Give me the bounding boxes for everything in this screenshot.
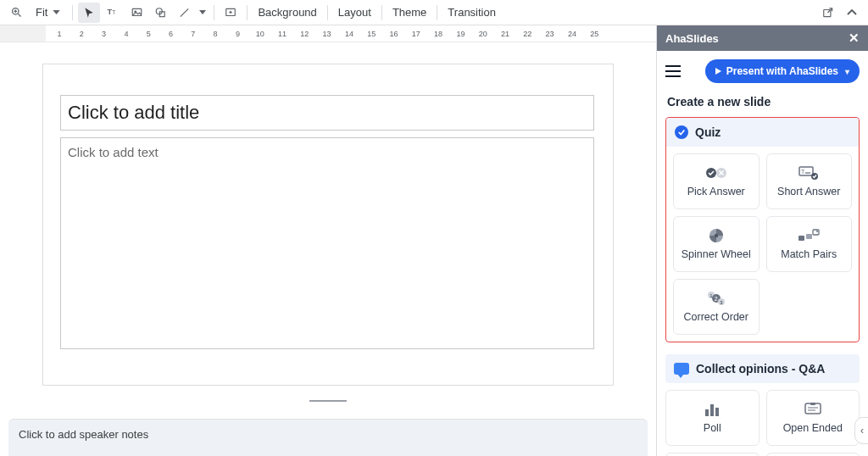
close-icon[interactable]: ✕ bbox=[849, 31, 860, 46]
body-placeholder[interactable]: Click to add text bbox=[60, 137, 594, 349]
correct-order-card[interactable]: 123 Correct Order bbox=[673, 279, 760, 335]
ruler-tick: 3 bbox=[97, 30, 111, 38]
zoom-in-icon[interactable] bbox=[5, 3, 27, 23]
svg-text:T: T bbox=[112, 9, 115, 15]
ruler-tick: 11 bbox=[275, 30, 289, 38]
shape-button[interactable] bbox=[149, 3, 171, 23]
toolbar-separator bbox=[247, 5, 248, 20]
short-answer-icon: T bbox=[798, 165, 819, 181]
collapse-toolbar-button[interactable] bbox=[841, 3, 863, 23]
slide-editor: 1234567891011121314151617181920212223242… bbox=[0, 25, 656, 456]
svg-line-1 bbox=[18, 14, 20, 16]
ruler-tick: 16 bbox=[387, 30, 401, 38]
toolbar-separator bbox=[437, 5, 437, 20]
ruler-tick: 2 bbox=[75, 30, 88, 38]
pick-answer-card[interactable]: Pick Answer bbox=[673, 153, 760, 209]
svg-line-10 bbox=[181, 8, 188, 16]
ruler-tick: 22 bbox=[520, 30, 534, 38]
short-answer-card[interactable]: T Short Answer bbox=[766, 153, 853, 209]
match-pairs-icon bbox=[798, 228, 820, 243]
toolbar-separator bbox=[214, 5, 214, 20]
svg-rect-35 bbox=[705, 409, 709, 416]
select-tool-button[interactable] bbox=[78, 3, 100, 23]
match-pairs-card[interactable]: Match Pairs bbox=[766, 216, 853, 272]
svg-rect-37 bbox=[715, 408, 719, 416]
ahaslides-panel: AhaSlides ✕ Present with AhaSlides ▾ Cre… bbox=[656, 25, 868, 456]
correct-order-icon: 123 bbox=[707, 291, 726, 306]
svg-point-24 bbox=[715, 234, 718, 237]
ruler-tick: 15 bbox=[364, 30, 378, 38]
svg-rect-36 bbox=[710, 404, 714, 416]
svg-text:T: T bbox=[107, 8, 112, 16]
play-icon bbox=[715, 68, 721, 75]
line-button[interactable] bbox=[173, 3, 195, 23]
ruler-tick: 18 bbox=[431, 30, 445, 38]
svg-rect-39 bbox=[810, 403, 815, 405]
ruler-tick: 21 bbox=[498, 30, 512, 38]
ruler-tick: 24 bbox=[565, 30, 579, 38]
ruler-tick: 1 bbox=[53, 30, 66, 38]
svg-point-28 bbox=[816, 231, 818, 232]
transition-button[interactable]: Transition bbox=[442, 3, 501, 23]
ruler-tick: 9 bbox=[231, 30, 244, 38]
ruler-tick: 7 bbox=[186, 30, 200, 38]
export-button[interactable] bbox=[817, 3, 839, 23]
toolbar-separator bbox=[72, 5, 73, 20]
chat-icon bbox=[674, 363, 689, 375]
slide-canvas[interactable]: Click to add title Click to add text bbox=[43, 64, 613, 385]
svg-text:2: 2 bbox=[715, 296, 718, 302]
chevron-down-icon: ▾ bbox=[845, 67, 849, 76]
svg-rect-27 bbox=[813, 230, 819, 235]
ruler-tick: 20 bbox=[476, 30, 490, 38]
spinner-wheel-card[interactable]: Spinner Wheel bbox=[673, 216, 760, 272]
present-button[interactable]: Present with AhaSlides ▾ bbox=[705, 59, 860, 83]
toolbar-separator bbox=[327, 5, 328, 20]
svg-text:T: T bbox=[801, 169, 805, 175]
panel-title: AhaSlides bbox=[665, 32, 719, 45]
slide-canvas-wrap: Click to add title Click to add text bbox=[0, 42, 656, 410]
ruler-tick: 6 bbox=[164, 30, 178, 38]
ruler-tick: 17 bbox=[409, 30, 423, 38]
ruler-tick: 8 bbox=[209, 30, 222, 38]
scales-card[interactable]: Scales bbox=[766, 453, 860, 456]
toolbar: Fit TT Background Layout Theme Transitio… bbox=[0, 0, 868, 25]
title-placeholder[interactable]: Click to add title bbox=[60, 95, 594, 131]
line-dropdown[interactable] bbox=[197, 3, 209, 23]
check-badge-icon bbox=[675, 125, 688, 139]
open-ended-card[interactable]: Open Ended bbox=[766, 390, 860, 446]
theme-button[interactable]: Theme bbox=[387, 3, 431, 23]
ruler-tick: 14 bbox=[342, 30, 356, 38]
panel-header: AhaSlides ✕ bbox=[657, 25, 868, 51]
panel-collapse-handle[interactable]: ‹ bbox=[854, 417, 868, 444]
svg-rect-26 bbox=[806, 234, 812, 239]
word-cloud-card[interactable]: Word Cloud bbox=[665, 453, 760, 456]
quiz-group-header[interactable]: Quiz bbox=[666, 118, 859, 147]
toolbar-separator bbox=[381, 5, 382, 20]
collect-group-header[interactable]: Collect opinions - Q&A bbox=[665, 354, 860, 383]
collect-group: Collect opinions - Q&A Poll Open Ended bbox=[665, 354, 860, 456]
poll-icon bbox=[704, 402, 720, 417]
menu-icon[interactable] bbox=[665, 65, 681, 77]
quiz-group: Quiz Pick Answer T Short Answer bbox=[665, 117, 860, 342]
background-button[interactable]: Background bbox=[253, 3, 321, 23]
zoom-label: Fit bbox=[36, 6, 47, 19]
open-ended-icon bbox=[804, 402, 821, 417]
ruler-tick: 4 bbox=[120, 30, 133, 38]
image-button[interactable] bbox=[125, 3, 147, 23]
ruler-tick: 5 bbox=[142, 30, 155, 38]
ruler-tick: 13 bbox=[320, 30, 334, 38]
text-box-button[interactable]: TT bbox=[102, 3, 124, 23]
zoom-select[interactable]: Fit bbox=[29, 3, 67, 23]
speaker-notes[interactable]: Click to add speaker notes bbox=[8, 419, 648, 456]
comment-button[interactable] bbox=[220, 3, 242, 23]
ruler-tick: 25 bbox=[587, 30, 601, 38]
slide-resize-handle[interactable] bbox=[309, 400, 347, 402]
layout-button[interactable]: Layout bbox=[333, 3, 376, 23]
spinner-wheel-icon bbox=[709, 228, 724, 243]
poll-card[interactable]: Poll bbox=[665, 390, 760, 446]
horizontal-ruler: 1234567891011121314151617181920212223242… bbox=[0, 25, 656, 42]
pick-answer-icon bbox=[705, 165, 727, 181]
ruler-tick: 19 bbox=[453, 30, 467, 38]
svg-rect-25 bbox=[798, 236, 804, 241]
ruler-tick: 12 bbox=[298, 30, 311, 38]
